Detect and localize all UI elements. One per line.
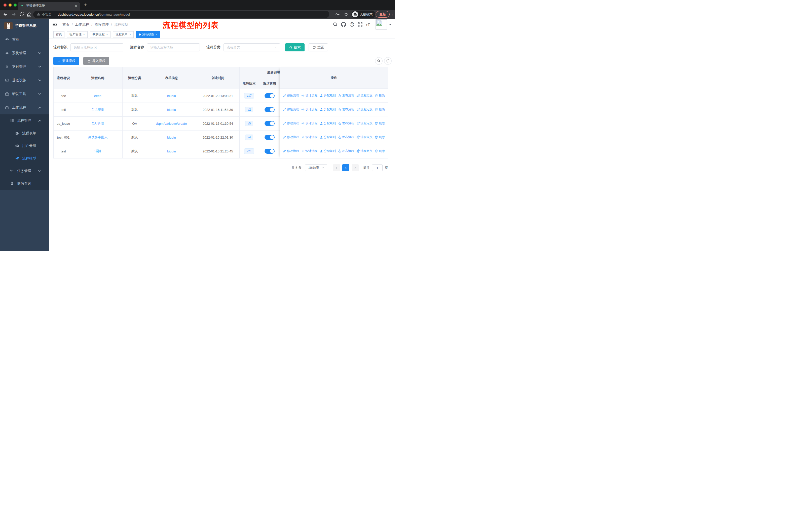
tags-view-tab[interactable]: 我的流程× (90, 31, 111, 38)
sidebar-item-task-mgmt[interactable]: 任务管理 (0, 165, 49, 178)
sidebar-item-infra[interactable]: 基础设施 (0, 74, 49, 87)
toggle-search-button[interactable] (375, 57, 383, 65)
back-icon[interactable] (3, 12, 8, 17)
sidebar-item-leave-query[interactable]: 请假查询 (0, 178, 49, 190)
tag-close-icon[interactable]: × (156, 33, 158, 36)
minimize-window-button[interactable] (8, 3, 11, 6)
home-icon[interactable] (27, 12, 32, 17)
sidebar-item-user-group[interactable]: 用户分组 (0, 140, 49, 152)
action-link-gearline[interactable]: 设计流程 (301, 135, 317, 139)
active-toggle[interactable] (265, 121, 274, 126)
process-name-link[interactable]: 测试多审批人 (88, 135, 108, 140)
action-link-assign[interactable]: 分配规则 (320, 121, 336, 126)
tag-close-icon[interactable]: × (106, 33, 108, 36)
form-info-link[interactable]: /bpm/oa/leave/create (156, 122, 187, 126)
active-toggle[interactable] (265, 135, 274, 140)
key-icon[interactable] (335, 12, 340, 17)
filter-category-select[interactable]: 流程分类 (224, 43, 280, 51)
action-link-assign[interactable]: 分配规则 (320, 93, 336, 98)
action-link-trash[interactable]: 删除 (375, 121, 385, 126)
active-toggle[interactable] (265, 148, 274, 154)
action-link-paperclip[interactable]: 流程定义 (356, 149, 373, 153)
action-link-paperclip[interactable]: 流程定义 (356, 135, 373, 139)
security-label[interactable]: 不安全 (42, 12, 52, 17)
tab-close-icon[interactable]: ✕ (74, 4, 78, 8)
sidebar-item-home[interactable]: 首页 (0, 33, 49, 46)
action-link-publish[interactable]: 发布流程 (338, 149, 354, 153)
action-link-gearline[interactable]: 设计流程 (301, 107, 317, 112)
form-info-link[interactable]: biubiu (167, 150, 176, 153)
address-bar[interactable]: 不安全 dashboard.yudao.iocoder.cn/bpm/manag… (33, 11, 329, 18)
process-name-link[interactable]: 滔博 (95, 149, 101, 154)
action-link-assign[interactable]: 分配规则 (320, 149, 336, 153)
action-link-assign[interactable]: 分配规则 (320, 135, 336, 139)
action-link-publish[interactable]: 发布流程 (338, 135, 354, 139)
action-link-trash[interactable]: 删除 (375, 107, 385, 112)
github-icon[interactable] (341, 22, 346, 27)
sidebar-item-payment[interactable]: 支付管理 (0, 60, 49, 74)
active-toggle[interactable] (265, 107, 274, 112)
help-icon[interactable]: ? (349, 22, 354, 27)
tags-view-tab[interactable]: 流程表单× (113, 31, 134, 38)
page-size-select[interactable]: 10条/页 (305, 164, 327, 171)
process-name-link[interactable]: OA 请假 (92, 121, 104, 126)
sidebar-collapse-icon[interactable] (52, 22, 57, 26)
action-link-trash[interactable]: 删除 (375, 149, 385, 153)
avatar[interactable] (376, 19, 387, 29)
form-info-link[interactable]: biubiu (167, 108, 176, 112)
active-toggle[interactable] (265, 93, 274, 98)
sidebar-item-process-model[interactable]: 流程模型 (0, 152, 49, 165)
action-link-trash[interactable]: 删除 (375, 135, 385, 139)
version-badge[interactable]: v2 (245, 107, 254, 112)
tags-view-tab[interactable]: 首页 (53, 31, 64, 38)
zoom-window-button[interactable] (13, 3, 17, 6)
new-tab-button[interactable]: + (84, 2, 87, 8)
prev-page-button[interactable] (333, 164, 340, 171)
filter-key-input[interactable] (70, 43, 123, 51)
search-icon[interactable] (333, 22, 338, 27)
browser-menu-icon[interactable] (392, 12, 393, 17)
action-link-edit[interactable]: 修改流程 (283, 149, 299, 153)
tags-view-tab[interactable]: 租户管理× (67, 31, 88, 38)
search-button[interactable]: 搜索 (285, 43, 304, 51)
sidebar-item-system[interactable]: 系统管理 (0, 46, 49, 60)
action-link-edit[interactable]: 修改流程 (283, 121, 299, 126)
sidebar-item-workflow[interactable]: 工作流程 (0, 101, 49, 114)
update-button[interactable]: 更新 (376, 11, 389, 18)
action-link-edit[interactable]: 修改流程 (283, 107, 299, 112)
close-window-button[interactable] (3, 3, 6, 6)
action-link-trash[interactable]: 删除 (375, 93, 385, 98)
form-info-link[interactable]: biubiu (167, 136, 176, 139)
refresh-table-button[interactable] (384, 57, 392, 65)
version-badge[interactable]: v4 (245, 135, 254, 140)
action-link-assign[interactable]: 分配规则 (320, 107, 336, 112)
action-link-gearline[interactable]: 设计流程 (301, 93, 317, 98)
next-page-button[interactable] (352, 164, 359, 171)
breadcrumb-item[interactable]: 首页 (62, 22, 69, 27)
version-badge[interactable]: v5 (245, 121, 254, 126)
breadcrumb-item[interactable]: 流程管理 (95, 22, 109, 27)
goto-page-input[interactable] (372, 164, 383, 171)
import-process-button[interactable]: 导入流程 (83, 57, 109, 65)
version-badge[interactable]: v17 (244, 93, 254, 99)
process-name-link[interactable]: 自己审批 (91, 107, 105, 112)
action-link-edit[interactable]: 修改流程 (283, 135, 299, 139)
action-link-paperclip[interactable]: 流程定义 (356, 121, 373, 126)
font-size-icon[interactable]: TT (366, 22, 371, 27)
create-process-button[interactable]: 新建流程 (53, 57, 79, 65)
action-link-publish[interactable]: 发布流程 (338, 121, 354, 126)
action-link-publish[interactable]: 发布流程 (338, 93, 354, 98)
tags-view-tab[interactable]: 流程模型× (136, 31, 160, 38)
current-page-button[interactable]: 1 (342, 164, 349, 171)
avatar-caret-down-icon[interactable] (389, 24, 392, 25)
forward-icon[interactable] (11, 12, 16, 17)
filter-name-input[interactable] (147, 43, 200, 51)
action-link-edit[interactable]: 修改流程 (283, 93, 299, 98)
breadcrumb-item[interactable]: 工作流程 (75, 22, 89, 27)
action-link-gearline[interactable]: 设计流程 (301, 121, 317, 126)
process-name-link[interactable]: eeee (94, 94, 102, 98)
action-link-paperclip[interactable]: 流程定义 (356, 93, 373, 98)
sidebar-item-process-form[interactable]: 流程表单 (0, 127, 49, 140)
action-link-paperclip[interactable]: 流程定义 (356, 107, 373, 112)
tag-close-icon[interactable]: × (83, 33, 85, 36)
